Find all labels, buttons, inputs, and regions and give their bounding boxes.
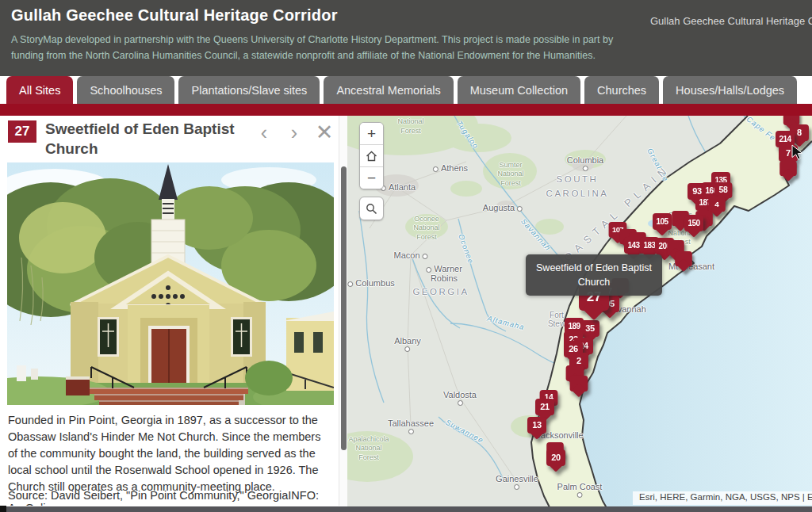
site-title: Sweetfield of Eden Baptist Church (45, 119, 256, 159)
map-canvas[interactable]: Chattahoochee National ForestTugalooCape… (347, 116, 812, 512)
zoom-out-button[interactable]: − (360, 167, 383, 189)
zoom-control-group: + − (359, 122, 384, 189)
map-tooltip: Sweetfield of Eden Baptist Church (526, 254, 662, 296)
site-detail-panel: 27 Sweetfield of Eden Baptist Church ‹ ›… (0, 116, 339, 506)
panel-navigation: ‹ › ✕ (251, 120, 337, 146)
tab-plantations-slave-sites[interactable]: Plantations/Slave sites (178, 76, 320, 104)
map-marker-20[interactable]: 20 (546, 449, 565, 466)
site-number-badge: 27 (8, 120, 36, 143)
map-marker-21[interactable]: 21 (535, 399, 554, 415)
map-marker-58[interactable]: 58 (714, 182, 733, 198)
close-panel-button[interactable]: ✕ (312, 120, 337, 146)
header: Gullah Geechee Cultural Heritage Corrido… (0, 0, 812, 76)
search-icon (366, 203, 377, 215)
page-title: Gullah Geechee Cultural Heritage Corrido… (11, 6, 338, 25)
tab-churches[interactable]: Churches (584, 76, 659, 104)
site-source: Source: David Seibert, "Pin Point Commun… (8, 489, 328, 506)
corner-square (0, 506, 6, 512)
map-marker-35[interactable]: 35 (580, 320, 599, 337)
tab-schoolhouses[interactable]: Schoolhouses (77, 76, 174, 104)
map-marker-150[interactable]: 150 (684, 215, 703, 231)
map-marker[interactable] (779, 161, 797, 176)
basemap (347, 116, 812, 512)
map-marker[interactable] (570, 376, 588, 392)
tab-ancestral-memorials[interactable]: Ancestral Memorials (324, 76, 453, 104)
map-attribution: Esri, HERE, Garmin, NGA, USGS, NPS | Esr… (633, 491, 812, 505)
category-tabbar: All SitesSchoolhousesPlantations/Slave s… (0, 76, 812, 104)
tab-all-sites[interactable]: All Sites (6, 76, 73, 104)
map-marker-4[interactable]: 4 (708, 197, 726, 212)
prev-site-button[interactable]: ‹ (251, 120, 277, 146)
map-marker[interactable] (675, 251, 692, 266)
map-marker-13[interactable]: 13 (527, 417, 546, 434)
browser-window-title: Gullah Geechee Cultural Heritage Co (650, 15, 812, 27)
zoom-in-button[interactable]: + (360, 123, 383, 145)
map-search-button[interactable] (359, 197, 384, 220)
bottom-scrollbar[interactable] (0, 506, 812, 512)
mouse-cursor (791, 144, 802, 160)
church-photo (7, 162, 334, 405)
map-controls: + − (359, 122, 384, 220)
tab-museum-collection[interactable]: Museum Collection (458, 76, 580, 104)
home-button[interactable] (360, 145, 383, 167)
home-icon (366, 151, 377, 162)
church-photo-illustration (7, 162, 334, 405)
map-marker-105[interactable]: 105 (653, 213, 672, 230)
panel-scrollbar[interactable] (339, 116, 347, 506)
storymap-app: Gullah Geechee Cultural Heritage Corrido… (0, 0, 812, 512)
site-description: Founded in Pin Point, Georgia in 1897, a… (8, 412, 328, 495)
next-site-button[interactable]: › (282, 120, 307, 146)
active-tab-strip (0, 104, 812, 116)
page-subtitle: A StoryMap developed in partnership with… (11, 32, 628, 64)
tab-houses-halls-lodges[interactable]: Houses/Halls/Lodges (663, 76, 797, 104)
panel-scrollbar-thumb[interactable] (341, 166, 347, 450)
